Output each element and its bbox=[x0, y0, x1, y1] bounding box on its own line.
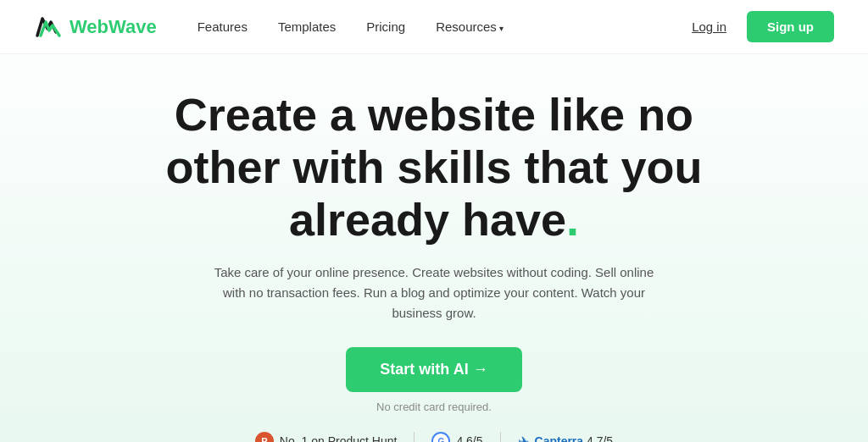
logo-text: WebWave bbox=[70, 16, 157, 38]
capterra-text: Capterra 4.7/5 bbox=[535, 434, 614, 442]
g2-rating: 4.6/5 bbox=[456, 434, 482, 442]
nav-links: Features Templates Pricing Resources bbox=[198, 19, 692, 34]
capterra-badge: ✈ Capterra 4.7/5 bbox=[501, 434, 631, 442]
g2-icon: G bbox=[431, 432, 450, 442]
nav-pricing[interactable]: Pricing bbox=[366, 19, 405, 34]
signup-button[interactable]: Sign up bbox=[747, 11, 834, 42]
g2-badge: G 4.6/5 bbox=[415, 432, 499, 442]
capterra-icon: ✈ bbox=[518, 434, 529, 442]
nav-templates[interactable]: Templates bbox=[278, 19, 336, 34]
nav-resources[interactable]: Resources bbox=[436, 19, 503, 34]
producthunt-text: No. 1 on Product Hunt bbox=[280, 434, 398, 442]
hero-section: Create a website like no other with skil… bbox=[0, 54, 868, 442]
hero-title: Create a website like no other with skil… bbox=[165, 88, 702, 246]
producthunt-badge: P No. 1 on Product Hunt bbox=[238, 432, 415, 442]
social-proof: P No. 1 on Product Hunt G 4.6/5 ✈ Capter… bbox=[238, 432, 630, 442]
cta-start-ai-button[interactable]: Start with AI → bbox=[346, 347, 521, 392]
hero-subtitle: Take care of your online presence. Creat… bbox=[205, 262, 663, 323]
nav-right: Log in Sign up bbox=[692, 11, 834, 42]
logo[interactable]: WebWave bbox=[34, 12, 157, 42]
producthunt-icon: P bbox=[255, 432, 274, 442]
nav-features[interactable]: Features bbox=[198, 19, 248, 34]
logo-icon bbox=[34, 12, 64, 42]
navbar: WebWave Features Templates Pricing Resou… bbox=[0, 0, 868, 54]
login-link[interactable]: Log in bbox=[692, 19, 726, 34]
no-credit-text: No credit card required. bbox=[376, 401, 492, 413]
